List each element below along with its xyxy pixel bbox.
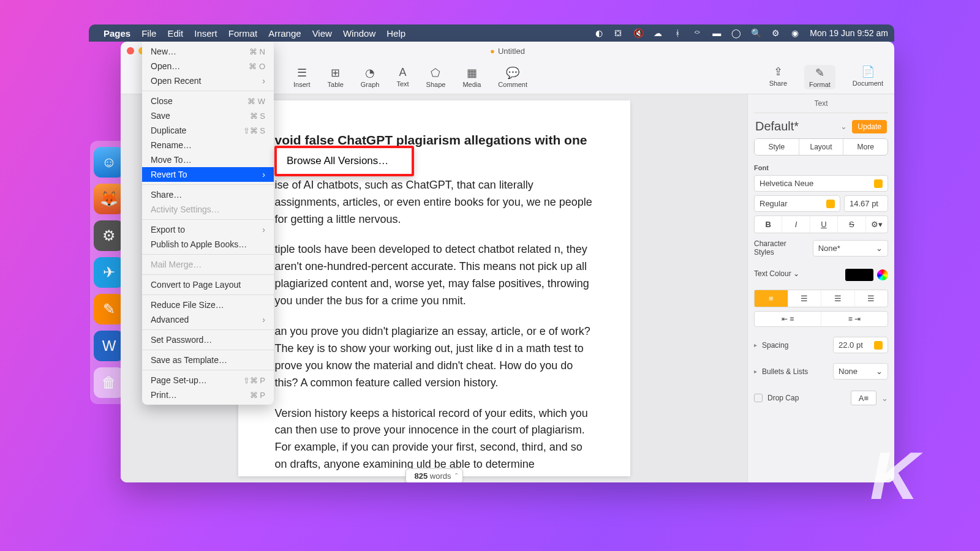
align-right-button[interactable]: ☰	[821, 290, 854, 307]
do-not-disturb-icon[interactable]: ◐	[594, 28, 604, 38]
toolbar-insert[interactable]: ☰Insert	[293, 66, 311, 88]
file-menu-item[interactable]: Open Recent›	[142, 73, 274, 88]
text-style-more-button[interactable]: ⚙▾	[865, 216, 888, 233]
revert-to-submenu: Browse All Versions…	[274, 146, 414, 176]
toolbar-text[interactable]: AText	[396, 66, 409, 88]
siri-icon[interactable]: ◉	[790, 28, 800, 38]
seg-style[interactable]: Style	[755, 139, 799, 155]
file-menu-item: Activity Settings…	[142, 202, 274, 217]
toolbar-comment[interactable]: 💬Comment	[498, 66, 527, 88]
menu-view[interactable]: View	[312, 28, 332, 39]
dropbox-icon[interactable]: ⛋	[614, 28, 624, 38]
bluetooth-icon[interactable]: ᚼ	[673, 28, 682, 38]
toolbar-media[interactable]: ▦Media	[462, 66, 481, 88]
menubar-datetime[interactable]: Mon 19 Jun 9:52 am	[810, 28, 888, 38]
panel-tab-text[interactable]: Text	[754, 94, 888, 113]
file-menu-item[interactable]: Export to›	[142, 222, 274, 237]
menu-file[interactable]: File	[141, 28, 156, 39]
share-icon: ⇪	[774, 65, 783, 78]
user-icon[interactable]: ◯	[731, 28, 741, 38]
file-menu-item[interactable]: Save⌘ S	[142, 108, 274, 123]
chevron-down-icon: ⌄	[876, 367, 883, 376]
file-menu-item[interactable]: Open…⌘ O	[142, 59, 274, 73]
menu-help[interactable]: Help	[386, 28, 405, 39]
italic-button[interactable]: I	[782, 216, 809, 233]
dock-telegram-icon[interactable]: ✈	[94, 257, 124, 288]
file-menu-item[interactable]: Revert To›	[142, 167, 274, 182]
file-menu-item[interactable]: Move To…	[142, 152, 274, 167]
file-menu-item[interactable]: Share…	[142, 187, 274, 202]
align-left-button[interactable]: ≡	[755, 290, 788, 307]
bullets-field[interactable]: None⌄	[833, 363, 888, 380]
spacing-field[interactable]: 22.0 pt	[833, 337, 888, 353]
indent-button[interactable]: ≡ ⇥	[821, 312, 888, 326]
dock-word-icon[interactable]: W	[94, 331, 124, 361]
text-color-swatch[interactable]	[845, 269, 873, 281]
menu-arrange[interactable]: Arrange	[268, 28, 301, 39]
dock-settings-icon[interactable]: ⚙	[94, 220, 124, 251]
disclosure-icon[interactable]: ▸	[754, 368, 757, 375]
disclosure-icon[interactable]: ▸	[754, 342, 757, 348]
dropcap-checkbox[interactable]	[754, 394, 763, 402]
toolbar-shape[interactable]: ⬠Shape	[426, 66, 446, 88]
char-styles-field[interactable]: None*⌄	[813, 240, 888, 257]
bold-button[interactable]: B	[755, 216, 782, 233]
file-menu-item[interactable]: New…⌘ N	[142, 44, 274, 59]
menu-app-name[interactable]: Pages	[104, 28, 130, 39]
font-family-field[interactable]: Helvetica Neue	[754, 175, 888, 192]
color-wheel-icon[interactable]	[877, 269, 888, 280]
file-menu-item[interactable]: Duplicate⇧⌘ S	[142, 123, 274, 138]
menu-edit[interactable]: Edit	[167, 28, 183, 39]
browse-all-versions-item[interactable]: Browse All Versions…	[287, 155, 388, 167]
align-justify-button[interactable]: ☰	[854, 290, 888, 307]
file-menu-item[interactable]: Reduce File Size…	[142, 298, 274, 312]
text-align-buttons: ≡ ☰ ☰ ☰	[754, 290, 888, 307]
file-menu-item[interactable]: Advanced›	[142, 312, 274, 327]
mute-icon[interactable]: 🔇	[633, 28, 643, 38]
file-menu-item[interactable]: Print…⌘ P	[142, 388, 274, 402]
dropcap-style-button[interactable]: A≡	[851, 391, 876, 405]
font-size-field[interactable]: 14.67 pt	[844, 195, 888, 212]
toolbar-table[interactable]: ⊞Table	[328, 66, 344, 88]
word-count[interactable]: 825 words	[405, 468, 462, 482]
outdent-button[interactable]: ⇤ ≡	[755, 312, 821, 326]
menu-insert[interactable]: Insert	[194, 28, 217, 39]
chevron-down-icon: ⌄	[876, 244, 883, 253]
dock-pages-icon[interactable]: ✎	[94, 294, 124, 324]
paragraph-style-name[interactable]: Default*	[755, 119, 835, 133]
close-window-button[interactable]	[127, 47, 134, 54]
control-center-icon[interactable]: ⚙	[771, 28, 780, 38]
dock-firefox-icon[interactable]: 🦊	[94, 184, 124, 214]
cloud-icon[interactable]: ☁	[653, 28, 663, 38]
file-menu-item[interactable]: Page Set-up…⇧⌘ P	[142, 373, 274, 388]
toolbar-format[interactable]: ✎Format	[804, 65, 835, 89]
file-menu-item[interactable]: Rename…	[142, 138, 274, 152]
file-menu-item[interactable]: Convert to Page Layout	[142, 277, 274, 292]
document-icon: 📄	[861, 65, 875, 78]
file-menu-item[interactable]: Set Password…	[142, 332, 274, 347]
menu-format[interactable]: Format	[228, 28, 258, 39]
menu-window[interactable]: Window	[343, 28, 375, 39]
dock-trash-icon[interactable]: 🗑	[94, 367, 124, 398]
toolbar-document[interactable]: 📄Document	[853, 65, 883, 89]
underline-button[interactable]: U	[810, 216, 837, 233]
dock-finder-icon[interactable]: ☺	[94, 147, 124, 178]
seg-more[interactable]: More	[843, 139, 888, 155]
wifi-icon[interactable]: ⌔	[692, 28, 702, 38]
file-menu-item[interactable]: Save as Template…	[142, 353, 274, 367]
font-weight-field[interactable]: Regular	[754, 195, 840, 212]
strike-button[interactable]: S	[837, 216, 865, 233]
toolbar-graph[interactable]: ◔Graph	[361, 66, 380, 88]
seg-layout[interactable]: Layout	[799, 139, 843, 155]
char-styles-label: Character Styles	[754, 239, 808, 257]
toolbar-share[interactable]: ⇪Share	[769, 65, 787, 89]
chevron-down-icon[interactable]: ⌄	[881, 394, 888, 403]
word-count-label: words	[430, 471, 451, 481]
file-menu-item[interactable]: Close⌘ W	[142, 94, 274, 108]
battery-icon[interactable]: ▬	[712, 28, 722, 38]
chevron-down-icon[interactable]: ⌄	[840, 122, 847, 131]
file-menu-item[interactable]: Publish to Apple Books…	[142, 237, 274, 252]
search-icon[interactable]: 🔍	[751, 28, 761, 38]
align-center-button[interactable]: ☰	[788, 290, 821, 307]
update-style-button[interactable]: Update	[852, 120, 887, 133]
